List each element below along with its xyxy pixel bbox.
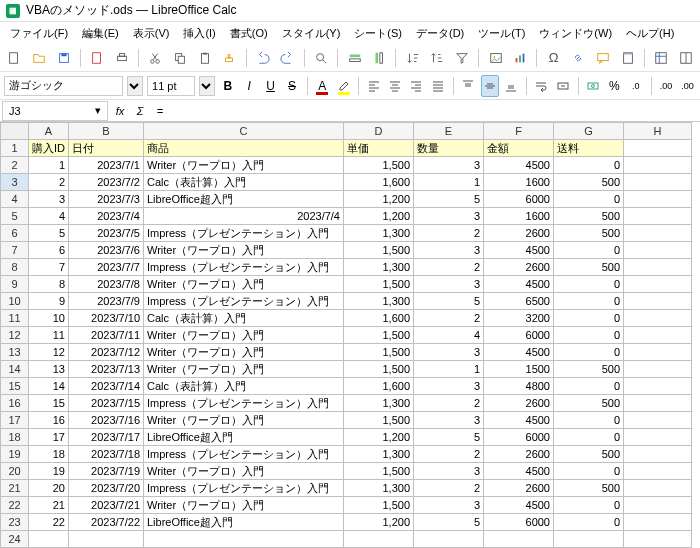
save-icon[interactable] (53, 47, 74, 69)
cell[interactable]: 500 (554, 361, 624, 378)
cell[interactable]: 2 (414, 225, 484, 242)
cell[interactable] (484, 531, 554, 548)
cell[interactable]: 12 (29, 344, 69, 361)
copy-icon[interactable] (170, 47, 191, 69)
cell[interactable]: 4500 (484, 463, 554, 480)
cell[interactable]: 2 (414, 395, 484, 412)
cell[interactable]: 0 (554, 327, 624, 344)
cell[interactable]: 500 (554, 446, 624, 463)
cell[interactable]: 0 (554, 514, 624, 531)
cell[interactable]: LibreOffice超入門 (144, 514, 344, 531)
cell[interactable]: 3 (414, 378, 484, 395)
cell[interactable]: 2 (29, 174, 69, 191)
fx-icon[interactable]: fx (110, 105, 130, 117)
cell[interactable] (624, 463, 692, 480)
cell[interactable]: 2023/7/6 (69, 242, 144, 259)
row-header[interactable]: 23 (1, 514, 29, 531)
menu-item[interactable]: データ(D) (410, 24, 470, 43)
cell[interactable]: 4500 (484, 412, 554, 429)
cell[interactable]: Writer（ワープロ）入門 (144, 463, 344, 480)
cell[interactable]: 2 (414, 480, 484, 497)
cell[interactable]: 1,500 (344, 361, 414, 378)
cell[interactable] (624, 310, 692, 327)
cell[interactable]: 6000 (484, 191, 554, 208)
menu-item[interactable]: ファイル(F) (4, 24, 74, 43)
cell[interactable]: 16 (29, 412, 69, 429)
cell[interactable]: 5 (414, 293, 484, 310)
row-header[interactable]: 2 (1, 157, 29, 174)
open-icon[interactable] (29, 47, 50, 69)
cell[interactable]: 1,300 (344, 446, 414, 463)
freeze-icon[interactable] (651, 47, 672, 69)
merge-button[interactable] (554, 75, 571, 97)
cell[interactable]: 2023/7/13 (69, 361, 144, 378)
col-icon[interactable] (369, 47, 390, 69)
cell[interactable]: 5 (414, 429, 484, 446)
cell[interactable]: 1 (414, 174, 484, 191)
cell[interactable]: 1,500 (344, 463, 414, 480)
cell[interactable]: 1,500 (344, 344, 414, 361)
cell[interactable]: 6000 (484, 429, 554, 446)
cell[interactable]: 4 (414, 327, 484, 344)
header-cell[interactable]: 商品 (144, 140, 344, 157)
menu-item[interactable]: ヘルプ(H) (620, 24, 680, 43)
row-header[interactable]: 4 (1, 191, 29, 208)
cell[interactable]: 1,200 (344, 208, 414, 225)
cell[interactable]: 1,500 (344, 157, 414, 174)
col-header[interactable]: G (554, 123, 624, 140)
cell[interactable]: 1600 (484, 208, 554, 225)
cell[interactable]: 2023/7/4 (69, 208, 144, 225)
cell[interactable]: Writer（ワープロ）入門 (144, 327, 344, 344)
select-all-corner[interactable] (1, 123, 29, 140)
cell[interactable]: 22 (29, 514, 69, 531)
cell[interactable]: 2 (414, 310, 484, 327)
row-header[interactable]: 9 (1, 276, 29, 293)
align-justify-button[interactable] (429, 75, 446, 97)
cell[interactable]: 1,500 (344, 327, 414, 344)
cell[interactable]: 19 (29, 463, 69, 480)
cell[interactable] (624, 293, 692, 310)
col-header[interactable]: C (144, 123, 344, 140)
cell[interactable]: 4500 (484, 157, 554, 174)
cell[interactable]: 1,600 (344, 310, 414, 327)
cell[interactable]: Writer（ワープロ）入門 (144, 344, 344, 361)
cell[interactable]: 500 (554, 208, 624, 225)
cell[interactable]: 1,500 (344, 242, 414, 259)
row-header[interactable]: 3 (1, 174, 29, 191)
cell[interactable]: 500 (554, 395, 624, 412)
font-dropdown[interactable] (127, 76, 143, 96)
cell[interactable]: 1,500 (344, 412, 414, 429)
cell[interactable]: 0 (554, 293, 624, 310)
cell[interactable]: 1,300 (344, 225, 414, 242)
menu-item[interactable]: 書式(O) (224, 24, 274, 43)
cell[interactable]: 2023/7/18 (69, 446, 144, 463)
cell[interactable]: 2600 (484, 259, 554, 276)
cell[interactable] (344, 531, 414, 548)
menu-item[interactable]: スタイル(Y) (276, 24, 347, 43)
align-right-button[interactable] (408, 75, 425, 97)
row-header[interactable]: 6 (1, 225, 29, 242)
cell[interactable]: 1,500 (344, 497, 414, 514)
cell[interactable]: 2023/7/8 (69, 276, 144, 293)
valign-middle-button[interactable] (481, 75, 499, 97)
row-header[interactable]: 17 (1, 412, 29, 429)
menu-item[interactable]: 挿入(I) (177, 24, 221, 43)
cell[interactable]: Writer（ワープロ）入門 (144, 361, 344, 378)
cell[interactable] (554, 531, 624, 548)
cell[interactable]: 4 (29, 208, 69, 225)
cell[interactable] (624, 497, 692, 514)
cell[interactable]: 1500 (484, 361, 554, 378)
sort-desc-icon[interactable] (427, 47, 448, 69)
paste-icon[interactable] (194, 47, 215, 69)
cell[interactable] (624, 446, 692, 463)
dec-dec-button[interactable]: .00 (679, 75, 696, 97)
cell[interactable] (624, 259, 692, 276)
cell[interactable]: 4500 (484, 344, 554, 361)
row-header[interactable]: 12 (1, 327, 29, 344)
split-icon[interactable] (675, 47, 696, 69)
row-header[interactable]: 20 (1, 463, 29, 480)
strike-button[interactable]: S (283, 75, 300, 97)
special-char-icon[interactable]: Ω (543, 47, 564, 69)
cell[interactable]: 6000 (484, 514, 554, 531)
cell[interactable]: Calc（表計算）入門 (144, 310, 344, 327)
